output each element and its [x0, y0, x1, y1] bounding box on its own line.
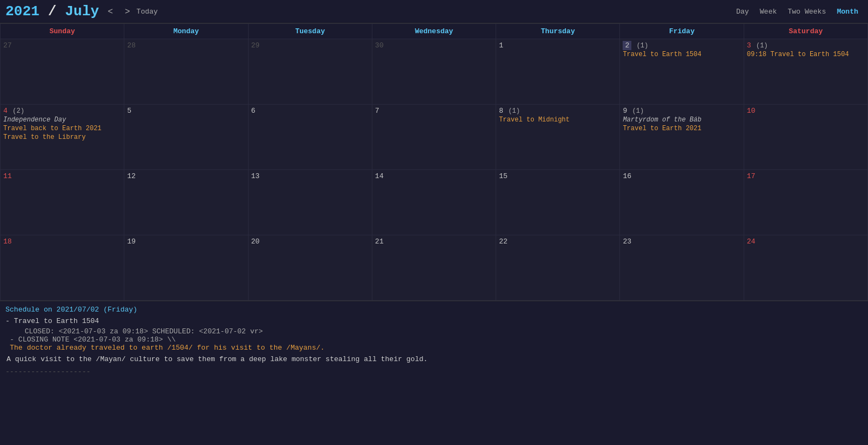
day-number-14: 14 [375, 172, 384, 180]
calendar-day-15[interactable]: 15 [496, 170, 620, 235]
day-number-28: 28 [127, 41, 136, 50]
day-number-3: 3 [747, 41, 751, 50]
calendar-week-3: 18192021222324 [1, 235, 868, 301]
day-number-4: 4 [3, 107, 8, 115]
event-4-1[interactable]: Travel back to Earth 2021 [3, 125, 121, 132]
calendar-day-10[interactable]: 10 [744, 105, 867, 170]
event-4-0[interactable]: Independence Day [3, 116, 121, 124]
view-two-weeks-button[interactable]: Two Weeks [783, 7, 830, 17]
day-number-20: 20 [251, 237, 260, 246]
calendar-day-4[interactable]: 4 (2)Independence DayTravel back to Eart… [1, 105, 124, 170]
day-number-10: 10 [747, 107, 756, 115]
calendar-day-1[interactable]: 1 [496, 39, 620, 105]
calendar-day-17[interactable]: 17 [744, 170, 867, 235]
month-label: July [65, 3, 99, 20]
calendar-day-2[interactable]: 2 (1)Travel to Earth 1504 [620, 39, 744, 105]
header-saturday: Saturday [744, 24, 867, 39]
header-wednesday: Wednesday [372, 24, 496, 39]
calendar-header: 2021 / July < > Today Day Week Two Weeks… [0, 0, 868, 23]
day-number-23: 23 [623, 237, 631, 246]
day-number-22: 22 [499, 237, 508, 246]
event-4-2[interactable]: Travel to the Library [3, 133, 121, 141]
day-number-24: 24 [747, 237, 756, 246]
day-number-17: 17 [747, 172, 756, 180]
day-number-8: 8 [499, 107, 503, 115]
day-number-18: 18 [3, 237, 12, 246]
calendar-day-28[interactable]: 28 [124, 39, 248, 105]
calendar-day-9[interactable]: 9 (1)Martyrdom of the BábTravel to Earth… [620, 105, 744, 170]
prev-button[interactable]: < [105, 5, 116, 17]
schedule-closed-info: CLOSED: <2021-07-03 za 09:18> SCHEDULED:… [8, 327, 863, 336]
day-number-27: 27 [3, 41, 12, 50]
day-number-29: 29 [251, 41, 260, 50]
calendar-day-12[interactable]: 12 [124, 170, 248, 235]
schedule-item-name: Travel to Earth 1504 [14, 317, 99, 325]
calendar-day-14[interactable]: 14 [372, 170, 496, 235]
schedule-note-text: The doctor already traveled to earth /15… [10, 344, 863, 352]
calendar-day-3[interactable]: 3 (1)09:18 Travel to Earth 1504 [744, 39, 867, 105]
day-extra-4: (2) [9, 107, 25, 115]
day-number-13: 13 [251, 172, 260, 180]
header-friday: Friday [620, 24, 744, 39]
day-number-2: 2 [623, 41, 631, 50]
calendar-day-30[interactable]: 30 [372, 39, 496, 105]
calendar-day-11[interactable]: 11 [1, 170, 124, 235]
calendar-body: 2728293012 (1)Travel to Earth 15043 (1)0… [1, 39, 868, 301]
calendar-day-27[interactable]: 27 [1, 39, 124, 105]
day-number-15: 15 [499, 172, 508, 180]
view-month-button[interactable]: Month [833, 7, 863, 17]
schedule-closing-note-label: - CLOSING NOTE <2021-07-03 za 09:18> \\ [10, 336, 863, 344]
view-day-button[interactable]: Day [732, 7, 753, 17]
today-button[interactable]: Today [136, 8, 158, 16]
calendar-day-21[interactable]: 21 [372, 235, 496, 301]
separator: / [39, 3, 65, 20]
day-number-16: 16 [623, 172, 631, 180]
calendar-week-2: 11121314151617 [1, 170, 868, 235]
calendar-day-7[interactable]: 7 [372, 105, 496, 170]
event-8-0[interactable]: Travel to Midnight [499, 116, 617, 124]
year-label: 2021 [5, 3, 39, 20]
day-number-21: 21 [375, 237, 384, 246]
day-number-7: 7 [375, 107, 379, 115]
schedule-separator: -------------------- [5, 368, 863, 376]
view-week-button[interactable]: Week [756, 7, 781, 17]
event-3-0[interactable]: 09:18 Travel to Earth 1504 [747, 51, 865, 58]
calendar-day-13[interactable]: 13 [248, 170, 372, 235]
header-sunday: Sunday [1, 24, 124, 39]
calendar-day-24[interactable]: 24 [744, 235, 867, 301]
calendar-day-16[interactable]: 16 [620, 170, 744, 235]
calendar-week-1: 4 (2)Independence DayTravel back to Eart… [1, 105, 868, 170]
header-tuesday: Tuesday [248, 24, 372, 39]
day-extra-9: (1) [628, 107, 644, 115]
event-9-0[interactable]: Martyrdom of the Báb [623, 116, 740, 124]
calendar-day-23[interactable]: 23 [620, 235, 744, 301]
calendar-day-6[interactable]: 6 [248, 105, 372, 170]
calendar-grid: Sunday Monday Tuesday Wednesday Thursday… [0, 23, 868, 301]
day-number-12: 12 [127, 172, 136, 180]
calendar-day-8[interactable]: 8 (1)Travel to Midnight [496, 105, 620, 170]
day-number-1: 1 [499, 41, 503, 50]
event-2-0[interactable]: Travel to Earth 1504 [623, 51, 740, 58]
schedule-description: A quick visit to the /Mayan/ culture to … [7, 355, 863, 363]
calendar-week-0: 2728293012 (1)Travel to Earth 15043 (1)0… [1, 39, 868, 105]
schedule-title: Schedule on 2021/07/02 (Friday) [5, 306, 863, 314]
day-number-5: 5 [127, 107, 131, 115]
schedule-closed-text [8, 327, 25, 336]
calendar-day-18[interactable]: 18 [1, 235, 124, 301]
event-9-1[interactable]: Travel to Earth 2021 [623, 125, 740, 132]
schedule-panel: Schedule on 2021/07/02 (Friday) - Travel… [0, 301, 868, 380]
header-monday: Monday [124, 24, 248, 39]
day-number-11: 11 [3, 172, 12, 180]
day-extra-2: (1) [632, 42, 648, 50]
next-button[interactable]: > [122, 5, 133, 17]
calendar-day-20[interactable]: 20 [248, 235, 372, 301]
calendar-title: 2021 / July [5, 3, 99, 20]
day-number-19: 19 [127, 237, 136, 246]
day-number-30: 30 [375, 41, 384, 50]
calendar-day-29[interactable]: 29 [248, 39, 372, 105]
calendar-day-22[interactable]: 22 [496, 235, 620, 301]
day-number-6: 6 [251, 107, 256, 115]
calendar-day-5[interactable]: 5 [124, 105, 248, 170]
days-header-row: Sunday Monday Tuesday Wednesday Thursday… [1, 24, 868, 39]
calendar-day-19[interactable]: 19 [124, 235, 248, 301]
